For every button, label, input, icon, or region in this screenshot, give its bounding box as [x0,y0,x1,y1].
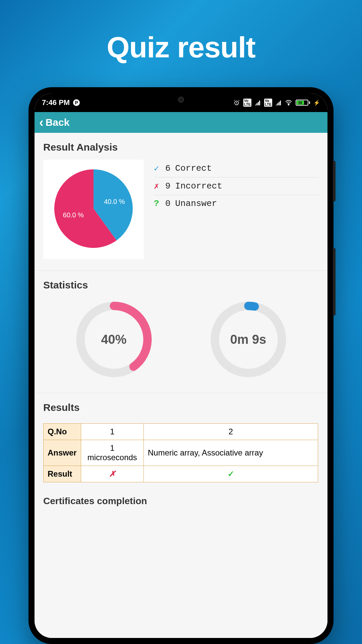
content-scroll[interactable]: Result Analysis 40.0 % 60.0 % ✓ [35,133,327,638]
section-title-certificates: Certificates completion [35,482,327,506]
legend-item-correct: ✓ 6 Correct [154,160,319,177]
cross-icon: ✗ [154,181,161,192]
section-title-analysis: Result Analysis [43,142,319,153]
check-icon: ✓ [228,469,234,478]
phone-frame: 7:46 PM P VoLTE VoLTE [28,87,334,644]
promo-title: Quiz result [0,0,362,64]
alarm-icon [233,99,240,106]
legend-label: Correct [175,163,212,173]
app-bar: ‹ Back [35,112,327,133]
svg-point-1 [288,104,289,105]
p-indicator-icon: P [73,99,80,106]
table-row: Answer 1 microseconds Numeric array, Ass… [44,440,318,466]
volte-icon: VoLTE [264,99,272,107]
pie-card: 40.0 % 60.0 % [43,160,144,259]
check-icon: ✓ [154,163,161,174]
cross-icon: ✗ [109,469,116,478]
pie-slice-label: 60.0 % [63,211,84,219]
phone-notch [134,93,228,105]
battery-percent: 68 [298,101,302,105]
signal-icon [255,100,261,105]
time-value: 0m 9s [230,332,266,347]
results-table: Q.No 1 2 Answer 1 microseconds Numeric a… [43,423,318,482]
table-cell: 1 microseconds [81,440,143,466]
status-time: 7:46 PM [42,98,70,107]
score-gauge: 40% [72,298,156,381]
battery-icon: 68 [296,100,310,106]
charging-icon: ⚡ [313,100,320,106]
wifi-icon [285,100,292,106]
back-chevron-icon[interactable]: ‹ [39,116,44,129]
section-title-statistics: Statistics [43,279,319,291]
section-title-results: Results [43,402,319,413]
table-row: Result ✗ ✓ [44,466,318,482]
table-cell: ✓ [144,466,318,482]
table-header-cell: Result [44,466,81,482]
legend-label: Incorrect [175,181,222,191]
legend-item-incorrect: ✗ 9 Incorrect [154,177,319,195]
table-cell: 1 [81,424,143,440]
score-value: 40% [101,332,126,347]
question-icon: ? [154,199,161,209]
time-gauge: 0m 9s [206,298,290,381]
pie-slice-label: 40.0 % [104,198,125,206]
table-cell: Numeric array, Associative array [144,440,318,466]
phone-side-button [333,161,336,201]
table-header-cell: Q.No [44,424,81,440]
legend-label: Unanswer [175,199,217,209]
legend-count: 0 [165,199,171,209]
table-cell: ✗ [81,466,143,482]
table-cell: 2 [144,424,318,440]
phone-side-button [333,248,336,315]
table-header-cell: Answer [44,440,81,466]
signal-icon [276,100,282,105]
pie-legend: ✓ 6 Correct ✗ 9 Incorrect ? [154,160,319,212]
legend-count: 9 [165,181,171,191]
back-button[interactable]: Back [46,117,70,128]
legend-item-unanswer: ? 0 Unanswer [154,195,319,212]
volte-icon: VoLTE [243,99,251,107]
table-row: Q.No 1 2 [44,424,318,440]
result-pie-chart: 40.0 % 60.0 % [50,165,137,252]
legend-count: 6 [165,163,171,173]
